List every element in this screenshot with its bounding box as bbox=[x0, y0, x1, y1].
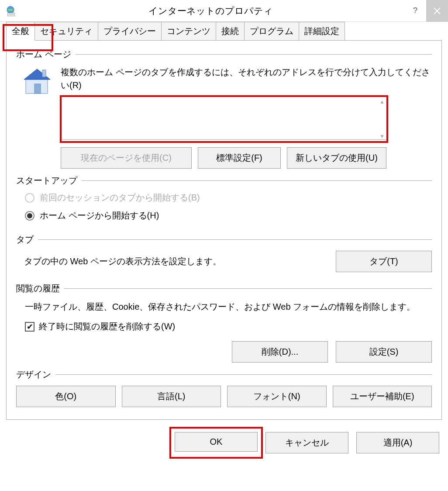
tab-connections[interactable]: 接続 bbox=[216, 22, 245, 41]
titlebar: インターネットのプロパティ ? bbox=[0, 0, 448, 22]
startup-radio-homepage[interactable]: ホーム ページから開始する(H) bbox=[25, 210, 432, 221]
radio-icon bbox=[25, 193, 34, 203]
help-button[interactable]: ? bbox=[404, 0, 426, 22]
radio-label: 前回のセッションのタブから開始する(B) bbox=[40, 192, 200, 204]
colors-button[interactable]: 色(O) bbox=[16, 386, 116, 407]
history-description: 一時ファイル、履歴、Cookie、保存されたパスワード、および Web フォーム… bbox=[25, 300, 432, 314]
history-group: 閲覧の履歴 一時ファイル、履歴、Cookie、保存されたパスワード、および We… bbox=[16, 283, 432, 363]
home-icon bbox=[21, 66, 54, 95]
tab-general[interactable]: 全般 bbox=[6, 22, 35, 41]
svg-marker-7 bbox=[24, 69, 50, 80]
svg-rect-1 bbox=[8, 13, 15, 16]
tab-panel-general: ホーム ページ 複数のホーム ページのタブを作成するには、それぞれのアドレスを行… bbox=[6, 40, 442, 420]
tab-programs[interactable]: プログラム bbox=[244, 22, 299, 41]
tabs-legend: タブ bbox=[16, 234, 38, 246]
homepage-group: ホーム ページ 複数のホーム ページのタブを作成するには、それぞれのアドレスを行… bbox=[16, 48, 432, 169]
ok-button[interactable]: OK bbox=[175, 432, 258, 452]
checkbox-label: 終了時に閲覧の履歴を削除する(W) bbox=[39, 321, 175, 332]
tab-security[interactable]: セキュリティ bbox=[34, 22, 98, 41]
tabs-description: タブの中の Web ページの表示方法を設定します。 bbox=[24, 256, 221, 267]
history-legend: 閲覧の履歴 bbox=[16, 283, 64, 294]
languages-button[interactable]: 言語(L) bbox=[122, 386, 221, 407]
close-button[interactable] bbox=[426, 0, 448, 22]
use-default-button[interactable]: 標準設定(F) bbox=[198, 147, 281, 169]
internet-options-icon bbox=[4, 5, 17, 17]
checkbox-icon: ✔ bbox=[25, 322, 34, 332]
tab-advanced[interactable]: 詳細設定 bbox=[299, 22, 345, 41]
delete-on-exit-checkbox[interactable]: ✔ 終了時に閲覧の履歴を削除する(W) bbox=[25, 321, 432, 332]
dialog-footer: OK キャンセル 適用(A) bbox=[0, 426, 448, 460]
homepage-legend: ホーム ページ bbox=[16, 48, 76, 60]
homepage-description: 複数のホーム ページのタブを作成するには、それぞれのアドレスを行で分けて入力して… bbox=[61, 66, 432, 92]
accessibility-button[interactable]: ユーザー補助(E) bbox=[333, 386, 432, 407]
startup-radio-prev-session[interactable]: 前回のセッションのタブから開始する(B) bbox=[25, 192, 432, 204]
use-current-page-button[interactable]: 現在のページを使用(C) bbox=[61, 147, 192, 169]
scroll-down-icon: ▼ bbox=[379, 133, 385, 139]
tabs-group: タブ タブの中の Web ページの表示方法を設定します。 タブ(T) bbox=[16, 234, 432, 272]
use-newtab-button[interactable]: 新しいタブの使用(U) bbox=[287, 147, 386, 169]
startup-legend: スタートアップ bbox=[16, 175, 82, 187]
apply-button[interactable]: 適用(A) bbox=[356, 432, 439, 453]
radio-icon bbox=[25, 211, 34, 221]
tabs-settings-button[interactable]: タブ(T) bbox=[336, 251, 432, 272]
radio-label: ホーム ページから開始する(H) bbox=[40, 210, 159, 221]
startup-group: スタートアップ 前回のセッションのタブから開始する(B) ホーム ページから開始… bbox=[16, 175, 432, 228]
design-legend: デザイン bbox=[16, 369, 55, 380]
history-settings-button[interactable]: 設定(S) bbox=[336, 341, 432, 363]
svg-rect-8 bbox=[34, 84, 41, 93]
tab-content[interactable]: コンテンツ bbox=[161, 22, 216, 41]
scroll-up-icon: ▲ bbox=[379, 99, 385, 105]
tab-privacy[interactable]: プライバシー bbox=[98, 22, 162, 41]
fonts-button[interactable]: フォント(N) bbox=[227, 386, 327, 407]
window-title: インターネットのプロパティ bbox=[17, 5, 404, 17]
tab-strip: 全般 セキュリティ プライバシー コンテンツ 接続 プログラム 詳細設定 bbox=[0, 22, 448, 41]
textarea-scrollbar[interactable]: ▲ ▼ bbox=[379, 96, 385, 142]
delete-history-button[interactable]: 削除(D)... bbox=[232, 341, 328, 363]
homepage-url-input[interactable] bbox=[61, 96, 387, 140]
cancel-button[interactable]: キャンセル bbox=[265, 432, 348, 453]
svg-rect-9 bbox=[42, 70, 46, 77]
design-group: デザイン 色(O) 言語(L) フォント(N) ユーザー補助(E) bbox=[16, 369, 432, 407]
